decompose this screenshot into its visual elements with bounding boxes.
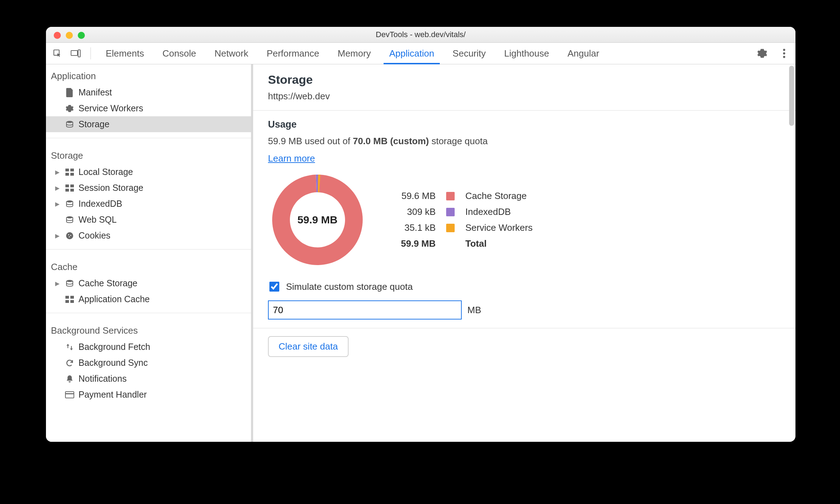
quota-unit: MB: [467, 305, 481, 316]
svg-point-16: [66, 216, 73, 218]
page-title: Storage: [268, 73, 781, 87]
db-icon: [65, 279, 74, 288]
svg-point-19: [70, 235, 71, 236]
usage-text: 59.9 MB used out of 70.0 MB (custom) sto…: [268, 136, 781, 147]
sidebar-item-web-sql[interactable]: Web SQL: [46, 212, 251, 228]
sidebar-group-cache: Cache: [46, 255, 251, 275]
donut-center-label: 59.9 MB: [268, 170, 367, 269]
svg-point-15: [66, 200, 73, 203]
window-title: DevTools - web.dev/vitals/: [376, 30, 466, 39]
svg-point-5: [783, 56, 785, 58]
sidebar-item-manifest[interactable]: Manifest: [46, 84, 251, 100]
svg-point-21: [66, 280, 73, 282]
card-icon: [65, 390, 74, 399]
svg-rect-23: [70, 296, 74, 299]
sidebar-item-cookies[interactable]: ▸Cookies: [46, 228, 251, 244]
more-options-icon[interactable]: [776, 46, 792, 61]
tab-network[interactable]: Network: [207, 43, 256, 64]
sidebar[interactable]: ApplicationManifestService WorkersStorag…: [46, 64, 253, 442]
simulate-quota-checkbox[interactable]: Simulate custom storage quota: [268, 281, 781, 293]
expand-arrow-icon: ▸: [55, 183, 61, 193]
svg-rect-22: [65, 296, 69, 299]
quota-input[interactable]: [268, 300, 462, 320]
toolbar: ElementsConsoleNetworkPerformanceMemoryA…: [46, 43, 795, 64]
svg-rect-25: [70, 300, 74, 303]
tab-elements[interactable]: Elements: [98, 43, 152, 64]
svg-rect-14: [70, 189, 74, 192]
sidebar-item-background-sync[interactable]: Background Sync: [46, 355, 251, 371]
sidebar-item-label: Service Workers: [78, 103, 143, 113]
legend-size: 309 kB: [396, 204, 441, 219]
devtools-window: DevTools - web.dev/vitals/ ElementsConso…: [46, 27, 795, 442]
svg-rect-11: [65, 184, 69, 187]
svg-point-4: [783, 52, 785, 54]
scrollbar[interactable]: [789, 66, 794, 126]
device-toolbar-icon[interactable]: [68, 46, 83, 61]
gear-icon: [65, 104, 74, 113]
usage-post: storage quota: [429, 136, 488, 146]
cookie-icon: [65, 231, 74, 240]
legend-size: 59.6 MB: [396, 188, 441, 204]
simulate-quota-input[interactable]: [269, 282, 279, 292]
sidebar-group-application: Application: [46, 64, 251, 84]
close-window-button[interactable]: [54, 32, 61, 39]
sidebar-group-background-services: Background Services: [46, 319, 251, 339]
learn-more-link[interactable]: Learn more: [268, 153, 315, 164]
svg-rect-10: [70, 173, 74, 176]
db-icon: [65, 120, 74, 129]
tab-lighthouse[interactable]: Lighthouse: [496, 43, 557, 64]
legend-size: 35.1 kB: [396, 220, 441, 235]
usage-bold: 70.0 MB (custom): [353, 136, 429, 146]
sidebar-item-storage[interactable]: Storage: [46, 116, 251, 132]
sidebar-item-cache-storage[interactable]: ▸Cache Storage: [46, 275, 251, 291]
file-icon: [65, 88, 74, 97]
sidebar-item-label: Local Storage: [78, 167, 133, 177]
sidebar-item-payment-handler[interactable]: Payment Handler: [46, 387, 251, 403]
sidebar-item-label: Storage: [78, 119, 110, 129]
bell-icon: [65, 374, 74, 383]
updown-icon: [65, 342, 74, 352]
tab-angular[interactable]: Angular: [560, 43, 607, 64]
usage-pre: 59.9 MB used out of: [268, 136, 353, 146]
legend-total-size: 59.9 MB: [396, 236, 441, 251]
tab-console[interactable]: Console: [154, 43, 204, 64]
grid-icon: [65, 183, 74, 193]
sidebar-item-background-fetch[interactable]: Background Fetch: [46, 339, 251, 355]
sidebar-item-indexeddb[interactable]: ▸IndexedDB: [46, 196, 251, 212]
sidebar-item-label: Cache Storage: [78, 278, 138, 288]
expand-arrow-icon: ▸: [55, 230, 61, 241]
legend-total-label: Total: [460, 236, 537, 251]
tab-security[interactable]: Security: [445, 43, 494, 64]
zoom-window-button[interactable]: [78, 32, 85, 39]
sidebar-item-label: Session Storage: [78, 183, 143, 193]
body: ApplicationManifestService WorkersStorag…: [46, 64, 795, 442]
legend-label: Service Workers: [460, 220, 537, 235]
titlebar: DevTools - web.dev/vitals/: [46, 27, 795, 43]
sidebar-item-local-storage[interactable]: ▸Local Storage: [46, 164, 251, 180]
tab-performance[interactable]: Performance: [259, 43, 327, 64]
legend-row: 309 kBIndexedDB: [396, 204, 538, 219]
expand-arrow-icon: ▸: [55, 199, 61, 209]
sidebar-item-label: Background Fetch: [78, 342, 150, 352]
main-panel: Storage https://web.dev Usage 59.9 MB us…: [253, 64, 795, 442]
minimize-window-button[interactable]: [66, 32, 73, 39]
svg-point-3: [783, 49, 785, 51]
svg-rect-2: [78, 50, 80, 57]
tab-memory[interactable]: Memory: [330, 43, 379, 64]
separator: [91, 47, 91, 59]
settings-gear-icon[interactable]: [754, 46, 770, 61]
sidebar-item-application-cache[interactable]: Application Cache: [46, 291, 251, 307]
clear-site-data-button[interactable]: Clear site data: [268, 336, 349, 357]
panel-tabs: ElementsConsoleNetworkPerformanceMemoryA…: [98, 43, 752, 64]
db-icon: [65, 199, 74, 209]
sidebar-group-storage: Storage: [46, 144, 251, 164]
expand-arrow-icon: ▸: [55, 278, 61, 288]
sidebar-item-session-storage[interactable]: ▸Session Storage: [46, 180, 251, 196]
sidebar-item-label: Payment Handler: [78, 389, 147, 400]
sidebar-item-service-workers[interactable]: Service Workers: [46, 100, 251, 116]
sidebar-item-notifications[interactable]: Notifications: [46, 371, 251, 387]
legend-row: 59.6 MBCache Storage: [396, 188, 538, 204]
origin-url: https://web.dev: [268, 91, 781, 102]
inspect-element-icon[interactable]: [49, 46, 65, 61]
tab-application[interactable]: Application: [381, 43, 442, 64]
